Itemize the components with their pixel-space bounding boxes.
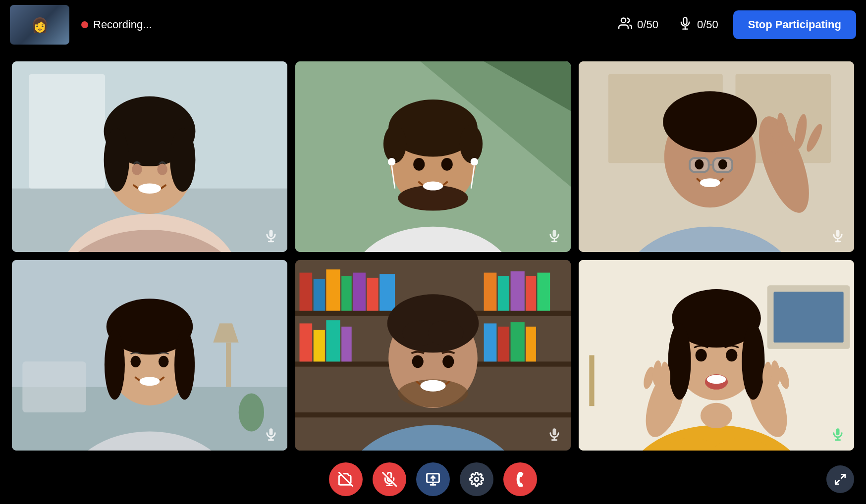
- svg-point-103: [387, 294, 479, 353]
- video-feed-1: [12, 61, 287, 252]
- svg-point-68: [105, 330, 125, 400]
- svg-point-127: [742, 323, 764, 400]
- svg-rect-138: [836, 428, 840, 435]
- svg-rect-84: [341, 276, 352, 311]
- recording-indicator: Recording...: [81, 18, 152, 31]
- video-feed-3: [579, 61, 854, 252]
- svg-rect-89: [498, 276, 509, 311]
- svg-point-14: [157, 164, 167, 175]
- svg-point-34: [441, 158, 453, 171]
- svg-rect-116: [774, 292, 844, 343]
- mic-indicator-6: [828, 425, 847, 444]
- svg-rect-94: [314, 330, 325, 361]
- participants-stat: 0/50: [618, 16, 658, 34]
- svg-point-25: [383, 125, 406, 163]
- mic-indicator-3: [828, 226, 847, 245]
- recording-dot: [81, 21, 88, 28]
- svg-point-64: [239, 394, 264, 432]
- svg-rect-92: [537, 273, 550, 311]
- participants-icon: [618, 16, 632, 34]
- video-feed-2: [295, 61, 571, 252]
- svg-point-126: [668, 323, 691, 400]
- svg-rect-81: [300, 273, 313, 311]
- topbar-stats: 0/50 0/50: [618, 16, 718, 34]
- svg-rect-98: [498, 327, 509, 362]
- bottom-bar: [0, 454, 866, 504]
- svg-rect-95: [326, 320, 340, 361]
- svg-rect-73: [270, 428, 273, 435]
- mic-stat-icon: [678, 16, 692, 34]
- settings-button[interactable]: [460, 462, 493, 496]
- svg-point-109: [442, 355, 454, 368]
- svg-point-27: [388, 158, 395, 165]
- svg-rect-16: [270, 230, 273, 237]
- svg-rect-90: [511, 271, 525, 311]
- svg-point-70: [139, 377, 160, 386]
- fullscreen-button[interactable]: [826, 465, 854, 493]
- svg-rect-35: [553, 230, 556, 237]
- svg-point-72: [159, 356, 169, 367]
- svg-point-0: [621, 18, 626, 22]
- svg-point-105: [428, 320, 464, 346]
- video-cell-2: [295, 61, 571, 252]
- svg-rect-85: [353, 273, 366, 311]
- svg-point-55: [718, 159, 727, 170]
- svg-point-13: [132, 164, 142, 175]
- video-cell-4: [12, 260, 287, 451]
- mic-stat: 0/50: [678, 16, 718, 34]
- video-grid: [0, 50, 866, 454]
- participants-count: 0/50: [637, 18, 658, 31]
- svg-point-33: [413, 158, 425, 171]
- video-feed-5: [295, 260, 571, 451]
- svg-point-121: [701, 403, 732, 428]
- recording-text: Recording...: [93, 18, 152, 31]
- svg-point-53: [700, 178, 720, 187]
- svg-point-71: [131, 356, 141, 367]
- video-cell-6: [579, 260, 854, 451]
- svg-point-69: [174, 330, 195, 400]
- mic-toggle-button[interactable]: [373, 462, 406, 496]
- svg-point-129: [707, 375, 726, 384]
- camera-toggle-button[interactable]: [329, 462, 363, 496]
- mic-indicator-5: [545, 425, 564, 444]
- mic-indicator-2: [545, 226, 564, 245]
- video-cell-3: [579, 61, 854, 252]
- svg-rect-6: [29, 74, 105, 189]
- topbar: 👩 Recording... 0/50: [0, 0, 866, 50]
- svg-rect-80: [295, 412, 571, 417]
- svg-rect-86: [367, 278, 379, 311]
- video-cell-1: [12, 61, 287, 252]
- mic-count: 0/50: [697, 18, 718, 31]
- svg-point-49: [663, 91, 757, 152]
- stop-participating-button[interactable]: Stop Participating: [733, 10, 856, 39]
- svg-point-28: [471, 158, 478, 165]
- svg-point-32: [423, 182, 443, 191]
- svg-rect-61: [22, 361, 86, 412]
- svg-rect-62: [226, 343, 231, 387]
- svg-point-131: [726, 349, 737, 362]
- svg-rect-91: [526, 276, 536, 311]
- svg-rect-1: [683, 17, 687, 24]
- svg-rect-88: [484, 273, 497, 311]
- thumbnail-placeholder: 👩: [10, 5, 69, 45]
- svg-point-54: [695, 159, 704, 170]
- svg-rect-110: [553, 428, 556, 435]
- svg-rect-82: [314, 279, 325, 311]
- svg-point-11: [104, 128, 129, 192]
- svg-rect-83: [326, 269, 340, 310]
- hang-up-button[interactable]: [503, 462, 537, 496]
- svg-point-149: [475, 477, 479, 481]
- svg-point-12: [170, 128, 195, 192]
- svg-rect-96: [341, 327, 352, 362]
- video-feed-4: [12, 260, 287, 451]
- screen-share-button[interactable]: [416, 462, 450, 496]
- self-preview: 👩: [10, 5, 69, 45]
- svg-rect-93: [300, 323, 313, 361]
- svg-rect-56: [836, 230, 840, 237]
- svg-point-107: [420, 380, 445, 392]
- svg-rect-99: [511, 322, 525, 362]
- svg-point-130: [696, 349, 707, 362]
- video-feed-6: [579, 260, 854, 451]
- mic-indicator-4: [262, 425, 280, 444]
- svg-rect-97: [484, 323, 497, 361]
